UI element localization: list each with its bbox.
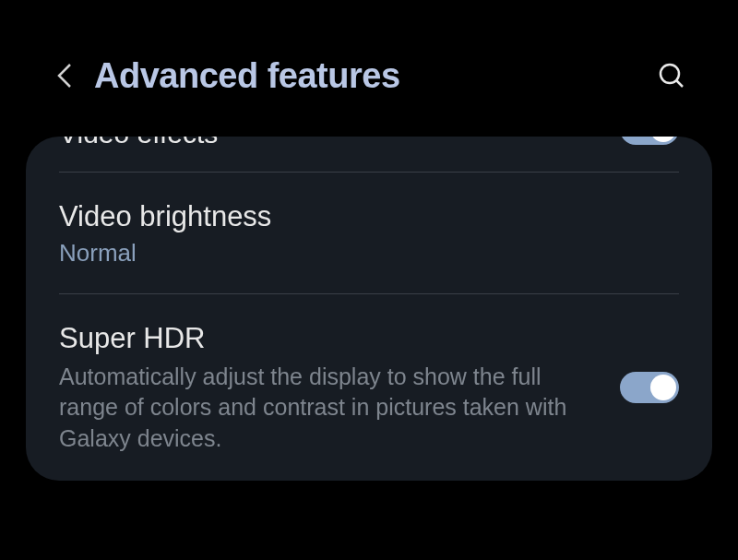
setting-row-video-brightness[interactable]: Video brightness Normal (26, 173, 712, 293)
settings-list: Video effects Video brightness Normal Su… (26, 137, 712, 481)
toggle-knob (650, 375, 676, 400)
setting-label: Super HDR (59, 320, 620, 357)
page-header: Advanced features (0, 0, 738, 124)
setting-label: Video brightness (59, 198, 679, 235)
setting-row-super-hdr[interactable]: Super HDR Automatically adjust the displ… (26, 294, 712, 481)
chevron-left-icon (56, 62, 73, 89)
setting-value: Normal (59, 239, 679, 268)
search-icon (658, 62, 685, 89)
page-title: Advanced features (94, 56, 651, 96)
setting-label: Video effects (59, 137, 218, 149)
setting-row-video-effects[interactable]: Video effects (26, 137, 712, 172)
search-button[interactable] (651, 55, 692, 96)
toggle-knob (650, 137, 676, 142)
toggle-video-effects[interactable] (620, 137, 679, 145)
toggle-super-hdr[interactable] (620, 372, 679, 403)
back-button[interactable] (46, 57, 83, 94)
setting-content: Video brightness Normal (59, 198, 679, 268)
setting-content: Super HDR Automatically adjust the displ… (59, 320, 620, 455)
svg-line-1 (676, 80, 683, 87)
setting-description: Automatically adjust the display to show… (59, 362, 576, 455)
